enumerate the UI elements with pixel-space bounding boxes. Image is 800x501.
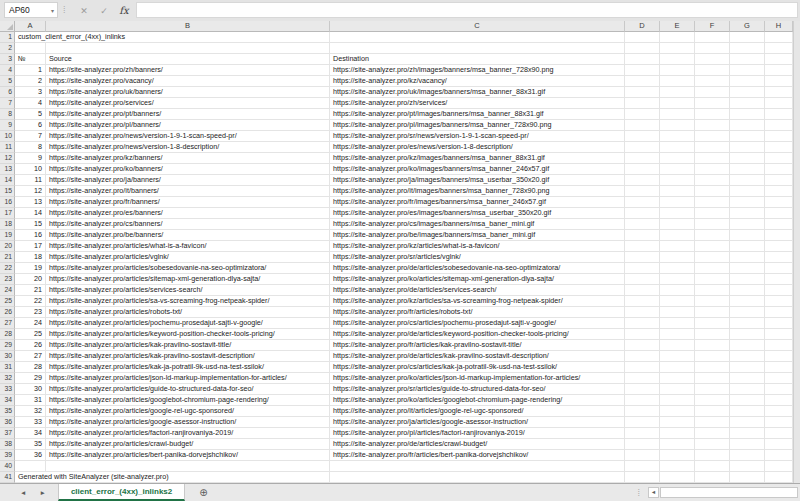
cell-C12[interactable]: https://site-analyzer.pro/kz/images/bann… — [330, 153, 625, 164]
cell-B38[interactable]: https://site-analyzer.pro/articles/crawl… — [46, 439, 330, 450]
cell-B28[interactable]: https://site-analyzer.pro/articles/keywo… — [46, 329, 330, 340]
cell-A13[interactable]: 10 — [15, 164, 46, 175]
cell-F2[interactable] — [695, 43, 730, 54]
cell-H4[interactable] — [765, 65, 793, 76]
cell-G32[interactable] — [730, 373, 765, 384]
cell-G19[interactable] — [730, 230, 765, 241]
cell-G2[interactable] — [730, 43, 765, 54]
cell-E41[interactable] — [660, 472, 695, 483]
cell-E8[interactable] — [660, 109, 695, 120]
cell-A25[interactable]: 22 — [15, 296, 46, 307]
hscroll-grip-icon[interactable]: ⁞ — [637, 488, 640, 498]
cell-C4[interactable]: https://site-analyzer.pro/zh/images/bann… — [330, 65, 625, 76]
cell-C33[interactable]: https://site-analyzer.pro/sr/articles/gu… — [330, 384, 625, 395]
cell-H18[interactable] — [765, 219, 793, 230]
cell-C18[interactable]: https://site-analyzer.pro/cs/images/bann… — [330, 219, 625, 230]
cell-E20[interactable] — [660, 241, 695, 252]
cell-B7[interactable]: https://site-analyzer.pro/services/ — [46, 98, 330, 109]
cell-E17[interactable] — [660, 208, 695, 219]
cell-H1[interactable] — [765, 32, 793, 43]
cell-B5[interactable]: https://site-analyzer.pro/vacancy/ — [46, 76, 330, 87]
row-header-36[interactable]: 36 — [0, 417, 15, 428]
cell-E5[interactable] — [660, 76, 695, 87]
cell-D22[interactable] — [625, 263, 660, 274]
cell-A24[interactable]: 21 — [15, 285, 46, 296]
cell-C32[interactable]: https://site-analyzer.pro/ko/articles/js… — [330, 373, 625, 384]
cell-G31[interactable] — [730, 362, 765, 373]
cell-B36[interactable]: https://site-analyzer.pro/articles/googl… — [46, 417, 330, 428]
column-header-F[interactable]: F — [695, 21, 730, 32]
cell-C13[interactable]: https://site-analyzer.pro/ko/images/bann… — [330, 164, 625, 175]
cell-C25[interactable]: https://site-analyzer.pro/kz/articles/sa… — [330, 296, 625, 307]
cell-C29[interactable]: https://site-analyzer.pro/fr/articles/ka… — [330, 340, 625, 351]
cell-G3[interactable] — [730, 54, 765, 65]
cell-G29[interactable] — [730, 340, 765, 351]
cell-H29[interactable] — [765, 340, 793, 351]
cell-D25[interactable] — [625, 296, 660, 307]
cell-G5[interactable] — [730, 76, 765, 87]
cell-B3[interactable]: Source — [46, 54, 330, 65]
cell-F20[interactable] — [695, 241, 730, 252]
cell-A11[interactable]: 8 — [15, 142, 46, 153]
row-header-28[interactable]: 28 — [0, 329, 15, 340]
cell-C27[interactable]: https://site-analyzer.pro/cs/articles/po… — [330, 318, 625, 329]
cell-D27[interactable] — [625, 318, 660, 329]
cell-E15[interactable] — [660, 186, 695, 197]
cell-A3[interactable]: № — [15, 54, 46, 65]
cell-A2[interactable] — [15, 43, 46, 54]
cell-F13[interactable] — [695, 164, 730, 175]
cell-A15[interactable]: 12 — [15, 186, 46, 197]
cell-D18[interactable] — [625, 219, 660, 230]
cell-G14[interactable] — [730, 175, 765, 186]
row-header-39[interactable]: 39 — [0, 450, 15, 461]
cell-G16[interactable] — [730, 197, 765, 208]
cell-B18[interactable]: https://site-analyzer.pro/cs/banners/ — [46, 219, 330, 230]
formula-bar-input[interactable] — [136, 2, 798, 18]
cell-C6[interactable]: https://site-analyzer.pro/uk/images/bann… — [330, 87, 625, 98]
cell-F4[interactable] — [695, 65, 730, 76]
cell-E39[interactable] — [660, 450, 695, 461]
cell-C2[interactable] — [330, 43, 625, 54]
row-header-34[interactable]: 34 — [0, 395, 15, 406]
cell-D15[interactable] — [625, 186, 660, 197]
cell-B4[interactable]: https://site-analyzer.pro/zh/banners/ — [46, 65, 330, 76]
cell-G24[interactable] — [730, 285, 765, 296]
row-header-25[interactable]: 25 — [0, 296, 15, 307]
cell-F27[interactable] — [695, 318, 730, 329]
cell-E25[interactable] — [660, 296, 695, 307]
cell-F40[interactable] — [695, 461, 730, 472]
cell-B14[interactable]: https://site-analyzer.pro/ja/banners/ — [46, 175, 330, 186]
prev-sheet-icon[interactable]: ◄ — [20, 489, 26, 496]
cell-H17[interactable] — [765, 208, 793, 219]
cell-E7[interactable] — [660, 98, 695, 109]
cell-H36[interactable] — [765, 417, 793, 428]
cell-C37[interactable]: https://site-analyzer.pro/pl/articles/fa… — [330, 428, 625, 439]
cell-B22[interactable]: https://site-analyzer.pro/articles/sobes… — [46, 263, 330, 274]
cell-E33[interactable] — [660, 384, 695, 395]
cell-A31[interactable]: 28 — [15, 362, 46, 373]
row-header-33[interactable]: 33 — [0, 384, 15, 395]
cell-E22[interactable] — [660, 263, 695, 274]
cell-D23[interactable] — [625, 274, 660, 285]
cell-H15[interactable] — [765, 186, 793, 197]
cell-B27[interactable]: https://site-analyzer.pro/articles/poche… — [46, 318, 330, 329]
cell-G4[interactable] — [730, 65, 765, 76]
row-header-13[interactable]: 13 — [0, 164, 15, 175]
cell-D30[interactable] — [625, 351, 660, 362]
cell-F6[interactable] — [695, 87, 730, 98]
row-header-20[interactable]: 20 — [0, 241, 15, 252]
column-header-B[interactable]: B — [46, 21, 330, 32]
cell-G25[interactable] — [730, 296, 765, 307]
cell-G6[interactable] — [730, 87, 765, 98]
cell-G28[interactable] — [730, 329, 765, 340]
cell-B37[interactable]: https://site-analyzer.pro/articles/facto… — [46, 428, 330, 439]
row-header-21[interactable]: 21 — [0, 252, 15, 263]
cell-H3[interactable] — [765, 54, 793, 65]
row-header-11[interactable]: 11 — [0, 142, 15, 153]
cell-H35[interactable] — [765, 406, 793, 417]
cell-G30[interactable] — [730, 351, 765, 362]
cell-F24[interactable] — [695, 285, 730, 296]
cell-C3[interactable]: Destination — [330, 54, 625, 65]
cell-E10[interactable] — [660, 131, 695, 142]
cell-H12[interactable] — [765, 153, 793, 164]
